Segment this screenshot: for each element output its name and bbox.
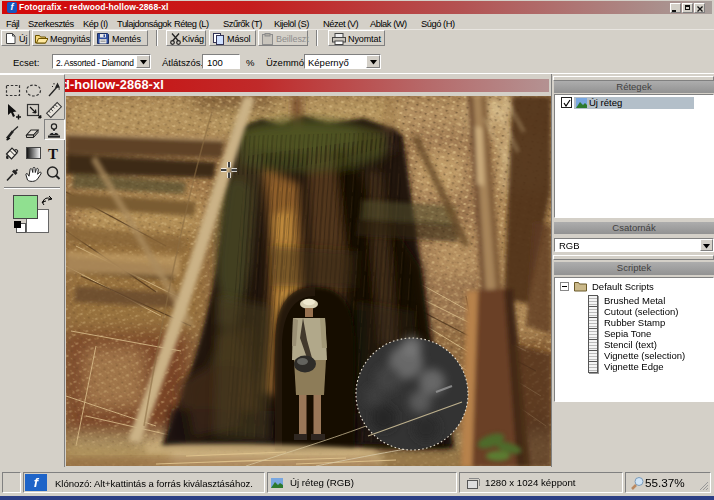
svg-text:T: T [48,146,58,162]
